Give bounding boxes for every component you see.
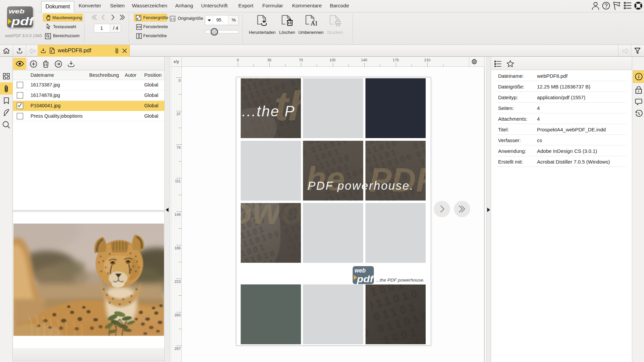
svg-text:pdf: pdf (357, 274, 374, 284)
svg-text:AI: AI (311, 20, 317, 27)
svg-text:pdf: pdf (11, 15, 35, 27)
svg-text:web: web (9, 8, 24, 15)
svg-text:PDF powerhouse.: PDF powerhouse. (308, 179, 414, 192)
svg-text:1:1: 1:1 (170, 17, 175, 20)
svg-text:web: web (355, 267, 366, 274)
svg-text:...the PDF powerhouse.: ...the PDF powerhouse. (376, 278, 425, 283)
svg-text:...the P: ...the P (242, 103, 295, 119)
